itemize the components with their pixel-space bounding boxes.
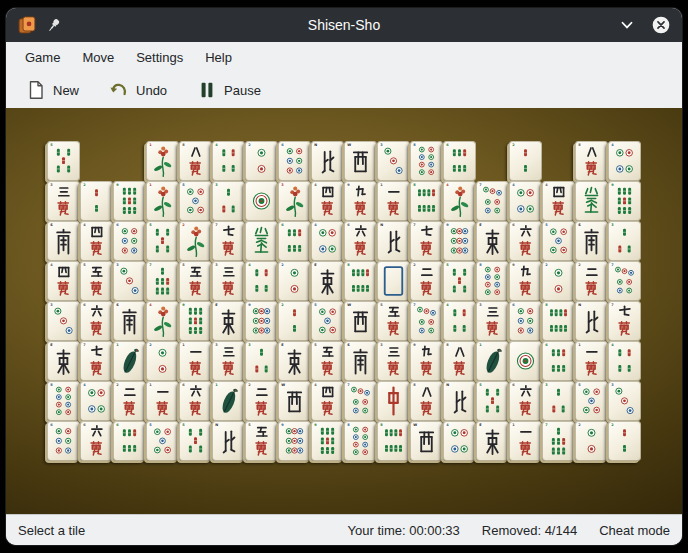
tile-d4[interactable]: 4 <box>509 181 542 221</box>
menu-move[interactable]: Move <box>71 46 125 69</box>
tile-d3[interactable]: 3 <box>113 261 146 301</box>
tile-wE[interactable]: E <box>278 341 311 381</box>
tile-d2[interactable]: 2 <box>542 261 575 301</box>
tile-m1[interactable]: 1 <box>575 341 608 381</box>
tile-b9[interactable]: 9 <box>179 301 212 341</box>
tile-m9[interactable]: 9 <box>509 261 542 301</box>
tile-d8[interactable]: 8 <box>344 421 377 461</box>
tile-d7[interactable]: 7 <box>476 181 509 221</box>
tile-m9[interactable]: 9 <box>410 341 443 381</box>
pin-icon[interactable] <box>43 14 65 36</box>
tile-d2[interactable]: 2 <box>278 261 311 301</box>
close-button[interactable] <box>652 16 670 34</box>
tile-m6[interactable]: 6 <box>509 381 542 421</box>
tile-m4[interactable]: 4 <box>542 181 575 221</box>
tile-d4[interactable]: 4 <box>80 381 113 421</box>
tile-m7[interactable]: 7 <box>410 221 443 261</box>
tile-b2[interactable]: 2 <box>509 141 542 181</box>
tile-b6[interactable]: 6 <box>542 341 575 381</box>
tile-m8[interactable]: 8 <box>575 141 608 181</box>
tile-b3[interactable]: 3 <box>245 341 278 381</box>
tile-d6[interactable]: 6 <box>509 301 542 341</box>
tile-wS[interactable]: S <box>575 221 608 261</box>
tile-b4[interactable]: 4 <box>245 261 278 301</box>
tile-m8[interactable]: 8 <box>410 381 443 421</box>
tile-m6[interactable]: 6 <box>80 421 113 461</box>
tile-d9[interactable]: 9 <box>443 221 476 261</box>
tile-m4[interactable]: 4 <box>311 381 344 421</box>
tile-b2[interactable]: 2 <box>608 421 641 461</box>
tile-d5[interactable]: 5 <box>311 301 344 341</box>
tile-wE[interactable]: E <box>47 341 80 381</box>
tile-dgG[interactable] <box>575 181 608 221</box>
tile-wW[interactable]: W <box>410 421 443 461</box>
tile-b3[interactable]: 3 <box>542 381 575 421</box>
tile-wS[interactable]: S <box>344 341 377 381</box>
tile-b9[interactable]: 9 <box>608 181 641 221</box>
pause-button[interactable]: Pause <box>187 76 271 104</box>
tile-wW[interactable]: W <box>278 381 311 421</box>
tile-b3[interactable]: 3 <box>608 221 641 261</box>
tile-b1[interactable]: 1 <box>212 381 245 421</box>
tile-d6[interactable]: 6 <box>47 421 80 461</box>
tile-m2[interactable]: 2 <box>113 381 146 421</box>
tile-m9[interactable]: 9 <box>344 181 377 221</box>
tile-d5[interactable]: 5 <box>542 221 575 261</box>
tile-f3[interactable]: 3 <box>278 181 311 221</box>
tile-b5[interactable]: 5 <box>47 141 80 181</box>
tile-m1[interactable]: 1 <box>509 421 542 461</box>
tile-m4[interactable]: 4 <box>47 261 80 301</box>
tile-d8[interactable]: 8 <box>47 381 80 421</box>
tile-b4[interactable]: 4 <box>443 301 476 341</box>
tile-d5[interactable]: 5 <box>146 421 179 461</box>
tile-b1[interactable]: 1 <box>113 341 146 381</box>
tile-f4[interactable]: 4 <box>443 181 476 221</box>
tile-wS[interactable]: S <box>47 221 80 261</box>
tile-m4[interactable]: 4 <box>311 181 344 221</box>
tile-d3[interactable]: 3 <box>47 301 80 341</box>
tile-m6[interactable]: 6 <box>179 381 212 421</box>
menu-settings[interactable]: Settings <box>125 46 194 69</box>
tile-m7[interactable]: 7 <box>212 221 245 261</box>
tile-d1[interactable] <box>509 341 542 381</box>
tile-f2[interactable]: 2 <box>179 221 212 261</box>
tile-f1[interactable]: 1 <box>146 141 179 181</box>
tile-b4[interactable]: 4 <box>212 141 245 181</box>
tile-wE[interactable]: E <box>212 301 245 341</box>
tile-m2[interactable]: 2 <box>575 261 608 301</box>
tile-d5[interactable]: 5 <box>575 381 608 421</box>
tile-b3[interactable]: 3 <box>212 181 245 221</box>
tile-d2[interactable]: 2 <box>245 141 278 181</box>
tile-wE[interactable]: E <box>476 221 509 261</box>
tile-b2[interactable]: 2 <box>278 301 311 341</box>
tile-wE[interactable]: E <box>311 261 344 301</box>
tile-m3[interactable]: 3 <box>212 261 245 301</box>
tile-m3[interactable]: 3 <box>212 341 245 381</box>
tile-m2[interactable]: 2 <box>410 261 443 301</box>
tile-wN[interactable]: N <box>212 421 245 461</box>
tile-d8[interactable]: 8 <box>476 261 509 301</box>
tile-b7[interactable]: 7 <box>542 421 575 461</box>
tile-m8[interactable]: 8 <box>179 141 212 181</box>
tile-d6[interactable]: 6 <box>113 221 146 261</box>
tile-b5[interactable]: 5 <box>443 261 476 301</box>
tile-d7[interactable]: 7 <box>344 381 377 421</box>
tile-d4[interactable]: 4 <box>608 141 641 181</box>
tile-wS[interactable]: S <box>113 301 146 341</box>
tile-b5[interactable]: 5 <box>476 381 509 421</box>
minimize-button[interactable] <box>618 16 636 34</box>
tile-wW[interactable]: W <box>344 141 377 181</box>
tile-m7[interactable]: 7 <box>608 301 641 341</box>
tile-wN[interactable]: N <box>377 221 410 261</box>
tile-d7[interactable]: 7 <box>608 261 641 301</box>
tile-d7[interactable]: 7 <box>410 301 443 341</box>
tile-m5[interactable]: 5 <box>245 421 278 461</box>
tile-dgR[interactable] <box>377 381 410 421</box>
tile-m7[interactable]: 7 <box>80 341 113 381</box>
tile-b7[interactable]: 7 <box>146 261 179 301</box>
tile-d8[interactable]: 8 <box>410 141 443 181</box>
tile-dgG[interactable] <box>245 221 278 261</box>
tile-s1[interactable]: 1 <box>146 181 179 221</box>
tile-b6[interactable]: 6 <box>443 141 476 181</box>
tile-m1[interactable]: 1 <box>146 381 179 421</box>
